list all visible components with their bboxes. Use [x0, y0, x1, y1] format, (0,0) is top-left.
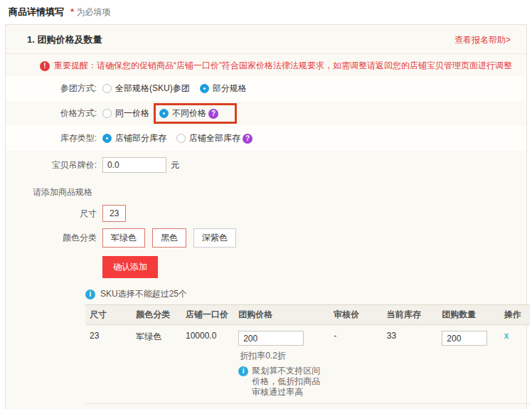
sku-table: 尺寸 颜色分类 店铺一口价 团购价格 审核价 当前库存 团购数量 操作 23 军… [85, 304, 530, 409]
sku-limit-note: i SKU选择不能超过25个 [85, 288, 526, 300]
radio-label: 同一价格 [115, 107, 149, 119]
radio-checked-icon [102, 134, 112, 143]
col-shop-price: 店铺一口价 [181, 305, 234, 325]
col-review-price: 审核价 [329, 305, 383, 325]
radio-unchecked-icon [102, 109, 112, 118]
warning-icon: ! [40, 61, 50, 71]
color-label: 颜色分类 [6, 232, 97, 244]
col-color: 颜色分类 [132, 305, 181, 325]
page-title: 商品详情填写 [9, 6, 64, 17]
radio-diff-price[interactable]: 不同价格 [159, 107, 206, 119]
radio-unchecked-icon [102, 84, 112, 93]
info-icon: i [85, 290, 95, 299]
cell-review-price: - [329, 404, 383, 409]
info-icon: i [238, 366, 248, 376]
spec-section-title: 请添加商品规格 [33, 186, 526, 198]
group-price-input[interactable] [238, 331, 304, 346]
discount-rate: 折扣率0.2折 [240, 350, 325, 362]
sku-limit-text: SKU选择不能超过25个 [100, 288, 187, 300]
color-option[interactable]: 黑色 [152, 228, 186, 248]
quantity-input[interactable] [442, 331, 487, 346]
radio-label: 部分规格 [213, 83, 247, 95]
section-title: 1. 团购价格及数量 [27, 33, 102, 46]
radio-all-stock[interactable]: 店铺全部库存 [176, 132, 240, 144]
warning-text: 重要提醒：请确保您的促销商品“店铺一口价”符合国家价格法律法规要求，如需调整请返… [54, 60, 512, 72]
cell-group-price: 折扣率0.2折 i 聚划算不支持区间价格，低折扣商品审核通过率高 [234, 325, 329, 404]
radio-partial-stock[interactable]: 店铺部分库存 [102, 132, 166, 144]
help-icon[interactable]: ? [208, 109, 218, 119]
color-spec-row: 颜色分类 军绿色 黑色 深紫色 [6, 228, 526, 248]
sku-table-header-row: 尺寸 颜色分类 店铺一口价 团购价格 审核价 当前库存 团购数量 操作 [85, 305, 530, 325]
stock-type-row: 库存类型: 店铺部分库存 店铺全部库存 ? [6, 126, 526, 151]
signup-help-link[interactable]: 查看报名帮助> [454, 34, 511, 46]
important-warning: ! 重要提醒：请确保您的促销商品“店铺一口价”符合国家价格法律法规要求，如需调整… [6, 54, 526, 76]
confirm-add-button[interactable]: 确认添加 [102, 256, 158, 278]
cell-stock: 33 [383, 325, 438, 404]
price-mode-label: 价格方式: [6, 107, 97, 119]
section-header: 1. 团购价格及数量 查看报名帮助> [6, 25, 526, 54]
join-mode-label: 参团方式: [6, 83, 97, 95]
color-option[interactable]: 军绿色 [102, 228, 145, 248]
cell-color: 军绿色 [132, 325, 181, 404]
cell-quantity [437, 404, 499, 409]
price-tip: i 聚划算不支持区间价格，低折扣商品审核通过率高 [238, 366, 325, 398]
radio-label: 不同价格 [172, 107, 206, 119]
radio-label: 全部规格(SKU)参团 [115, 83, 190, 95]
cell-quantity [437, 325, 499, 404]
col-group-price: 团购价格 [234, 305, 329, 325]
cell-group-price: 折扣率0.5折 i 聚划算不支持区间价格，低折扣商品审核通过率高 [234, 404, 329, 409]
size-spec-row: 尺寸 23 [6, 205, 526, 222]
page-header: 商品详情填写 * 为必填项 [0, 0, 532, 23]
col-size: 尺寸 [85, 305, 132, 325]
cell-shop-price: 10000.0 [181, 404, 234, 409]
cell-size: 23 [85, 404, 132, 409]
required-note: 为必填项 [76, 7, 110, 17]
radio-unchecked-icon [176, 134, 186, 143]
col-action: 操作 [500, 305, 530, 325]
highlighted-option-wrap: 不同价格 ? [159, 107, 218, 119]
cell-color: 黑色 [132, 404, 181, 409]
col-quantity: 团购数量 [437, 305, 499, 325]
cell-action: x [500, 325, 530, 404]
size-label: 尺寸 [6, 208, 97, 220]
cell-shop-price: 10000.0 [181, 325, 234, 404]
cell-review-price: - [329, 325, 383, 404]
color-option[interactable]: 深紫色 [193, 228, 236, 248]
stock-type-label: 库存类型: [6, 132, 97, 144]
radio-checked-icon [200, 84, 209, 93]
radio-partial-sku[interactable]: 部分规格 [200, 83, 247, 95]
col-stock: 当前库存 [383, 305, 438, 325]
tag-price-label: 宝贝吊牌价: [6, 159, 97, 171]
cell-action: x [500, 404, 530, 409]
radio-checked-icon [159, 109, 169, 118]
cell-size: 23 [85, 325, 132, 404]
tag-price-input[interactable] [102, 157, 166, 173]
tag-price-row: 宝贝吊牌价: 元 [6, 151, 526, 179]
radio-label: 店铺全部库存 [189, 132, 240, 144]
join-mode-row: 参团方式: 全部规格(SKU)参团 部分规格 [6, 76, 526, 101]
group-buy-panel: 1. 团购价格及数量 查看报名帮助> ! 重要提醒：请确保您的促销商品“店铺一口… [5, 24, 527, 409]
size-option[interactable]: 23 [102, 205, 126, 222]
sku-row: 23 黑色 10000.0 折扣率0.5折 i 聚划算不支持区间价格，低折扣商品… [85, 404, 530, 409]
help-icon[interactable]: ? [243, 134, 252, 144]
remove-row-icon[interactable]: x [504, 331, 509, 341]
price-mode-row: 价格方式: 同一价格 不同价格 ? [6, 101, 526, 126]
price-tip-text: 聚划算不支持区间价格，低折扣商品审核通过率高 [252, 366, 325, 398]
cell-stock: 55 [383, 404, 438, 409]
required-star: * [70, 7, 74, 17]
sku-row: 23 军绿色 10000.0 折扣率0.2折 i 聚划算不支持区间价格，低折扣商… [85, 325, 530, 404]
radio-label: 店铺部分库存 [115, 132, 166, 144]
tag-price-unit: 元 [171, 159, 179, 171]
radio-all-sku[interactable]: 全部规格(SKU)参团 [102, 83, 190, 95]
radio-same-price[interactable]: 同一价格 [102, 107, 149, 119]
